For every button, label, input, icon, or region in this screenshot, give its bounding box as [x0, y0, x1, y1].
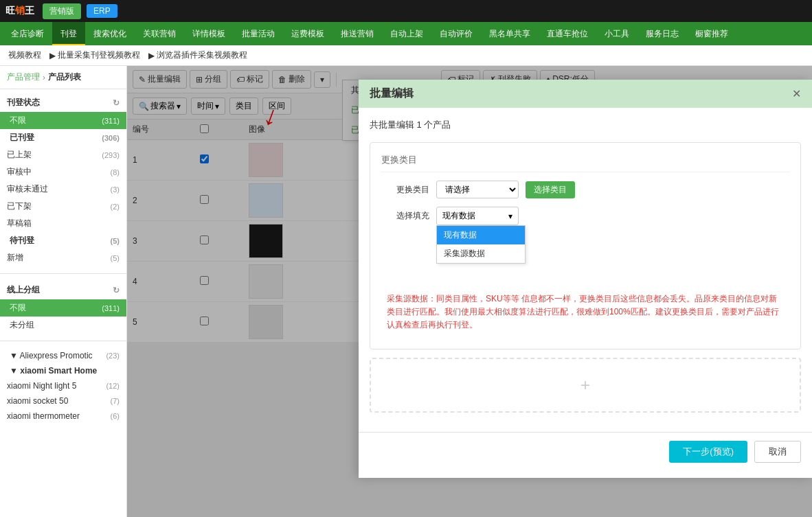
tutorial-link-1[interactable]: ▶ 批量采集刊登视频教程 — [49, 49, 140, 61]
nav-item-push-marketing[interactable]: 推送营销 — [332, 22, 382, 45]
main-content: ✎ 批量编辑 ⊞ 分组 🏷 标记 🗑 删除 ▾ 其他 — [127, 66, 812, 517]
play-icon-2: ▶ — [148, 51, 155, 60]
replace-category-section: 更换类目 更换类目 请选择 选择类目 选择填充 — [370, 142, 801, 349]
sidebar-item-xiaomi-thermo[interactable]: xiaomi thermometer (6) — [0, 409, 126, 424]
online-group-label: 线上分组 ↻ — [0, 281, 126, 299]
breadcrumb: 产品管理 › 产品列表 — [0, 66, 126, 89]
nav-item-batch-activity[interactable]: 批量活动 — [234, 22, 283, 45]
category-select[interactable]: 请选择 — [436, 181, 519, 198]
tutorial-bar: 视频教程 ▶ 批量采集刊登视频教程 ▶ 浏览器插件采集视频教程 — [0, 45, 812, 66]
warning-section: 采集源数据：同类目属性，SKU等等 信息都不一样，更换类目后这些信息都会丢失。品… — [381, 287, 789, 338]
next-step-btn[interactable]: 下一步(预览) — [669, 441, 747, 463]
option-current-data[interactable]: 现有数据 — [437, 226, 525, 244]
marketing-version-btn[interactable]: 营销版 — [43, 3, 81, 19]
category-select-wrapper: 请选择 — [436, 181, 519, 198]
warning-text: 采集源数据：同类目属性，SKU等等 信息都不一样，更换类目后这些信息都会丢失。品… — [387, 292, 784, 332]
sidebar-item-on-shelf[interactable]: 已上架 (293) — [0, 146, 126, 163]
fill-select-wrapper: 现有数据 ▾ 现有数据 采集源数据 — [436, 207, 519, 225]
tutorial-link-2[interactable]: ▶ 浏览器插件采集视频教程 — [148, 49, 247, 61]
sidebar-item-pending[interactable]: 待刊登 (5) — [0, 232, 126, 249]
sidebar-item-group-unlimited[interactable]: 不限 (311) — [0, 299, 126, 317]
listing-status-section: 刊登状态 ↻ 不限 (311) 已刊登 (306) 已上架 (293) 审核中 … — [0, 89, 126, 271]
nav-item-listing[interactable]: 刊登 — [52, 22, 85, 45]
nav-item-auto-review[interactable]: 自动评价 — [431, 22, 481, 45]
sidebar-item-xiaomi-socket[interactable]: xiaomi socket 50 (7) — [0, 393, 126, 409]
logo: 旺销王 — [5, 5, 34, 17]
sidebar-item-listed[interactable]: 已刊登 (306) — [0, 129, 126, 146]
breadcrumb-current: 产品列表 — [48, 71, 81, 83]
replace-category-row: 更换类目 请选择 选择类目 — [381, 181, 789, 198]
fill-select-display[interactable]: 现有数据 ▾ — [436, 207, 519, 225]
nav-item-diagnostics[interactable]: 全店诊断 — [3, 22, 52, 45]
erp-btn[interactable]: ERP — [87, 4, 117, 18]
modal-footer: 下一步(预览) 取消 — [359, 432, 812, 471]
nav-item-shipping-template[interactable]: 运费模板 — [283, 22, 332, 45]
select-fill-row: 选择填充 现有数据 ▾ 现有数据 采集源数据 — [381, 207, 789, 225]
sidebar-item-xiaomi-group[interactable]: ▼ xiaomi Smart Home — [0, 363, 126, 378]
nav-item-detail-template[interactable]: 详情模板 — [184, 22, 234, 45]
modal-subtitle: 共批量编辑 1 个产品 — [370, 119, 801, 131]
sidebar-item-review-failed[interactable]: 审核未通过 (3) — [0, 181, 126, 198]
fill-select-arrow: ▾ — [508, 211, 512, 221]
sidebar-item-draft[interactable]: 草稿箱 — [0, 215, 126, 232]
play-icon-1: ▶ — [49, 51, 56, 60]
divider-2 — [0, 341, 126, 341]
nav-item-direct-train[interactable]: 直通车抢位 — [539, 22, 596, 45]
modal-close-btn[interactable]: ✕ — [792, 87, 801, 100]
online-group-section: 线上分组 ↻ 不限 (311) 未分组 — [0, 277, 126, 338]
fill-select-dropdown: 现有数据 采集源数据 — [436, 225, 526, 264]
content-area: 产品管理 › 产品列表 刊登状态 ↻ 不限 (311) 已刊登 (306) 已上… — [0, 66, 812, 517]
section-title: 更换类目 — [381, 154, 789, 172]
nav-item-showcase[interactable]: 橱窗推荐 — [687, 22, 736, 45]
sidebar: 产品管理 › 产品列表 刊登状态 ↻ 不限 (311) 已刊登 (306) 已上… — [0, 66, 127, 517]
listing-status-refresh[interactable]: ↻ — [113, 98, 120, 108]
divider-1 — [0, 273, 126, 274]
option-collect-data[interactable]: 采集源数据 — [437, 244, 525, 263]
sidebar-item-aliexpress-group[interactable]: ▼ Aliexpress Promotic (23) — [0, 348, 126, 363]
replace-category-label: 更换类目 — [381, 184, 429, 196]
modal-title: 批量编辑 — [370, 87, 414, 101]
select-fill-label: 选择填充 — [381, 210, 429, 222]
nav-item-search-opt[interactable]: 搜索优化 — [85, 22, 135, 45]
tutorial-label: 视频教程 — [8, 49, 41, 61]
nav-item-related-marketing[interactable]: 关联营销 — [135, 22, 184, 45]
add-icon: + — [580, 376, 590, 395]
group-list-section: ▼ Aliexpress Promotic (23) ▼ xiaomi Smar… — [0, 344, 126, 428]
add-section[interactable]: + — [370, 358, 801, 413]
online-group-refresh[interactable]: ↻ — [113, 286, 120, 295]
nav-item-blacklist[interactable]: 黑名单共享 — [481, 22, 539, 45]
sidebar-item-xiaomi-night[interactable]: xiaomi Night light 5 (12) — [0, 378, 126, 393]
modal-body: 共批量编辑 1 个产品 更换类目 更换类目 请选择 选择类目 — [359, 108, 812, 432]
top-bar: 旺销王 营销版 ERP — [0, 0, 812, 22]
sidebar-item-reviewing[interactable]: 审核中 (8) — [0, 163, 126, 181]
nav-item-auto-listing[interactable]: 自动上架 — [382, 22, 431, 45]
nav-item-service-log[interactable]: 服务日志 — [638, 22, 687, 45]
main-nav: 全店诊断 刊登 搜索优化 关联营销 详情模板 批量活动 运费模板 推送营销 自动… — [0, 22, 812, 45]
breadcrumb-parent[interactable]: 产品管理 — [7, 71, 40, 83]
listing-status-label: 刊登状态 ↻ — [0, 93, 126, 112]
sidebar-item-off-shelf[interactable]: 已下架 (2) — [0, 198, 126, 215]
nav-item-tools[interactable]: 小工具 — [596, 22, 638, 45]
sidebar-item-new-add[interactable]: 新增 (5) — [0, 249, 126, 266]
sidebar-item-no-group[interactable]: 未分组 — [0, 317, 126, 334]
select-category-btn[interactable]: 选择类目 — [526, 181, 575, 198]
batch-edit-modal: 批量编辑 ✕ 共批量编辑 1 个产品 更换类目 更换类目 请选择 — [359, 80, 812, 478]
cancel-btn[interactable]: 取消 — [754, 441, 801, 463]
sidebar-item-unlimited[interactable]: 不限 (311) — [0, 112, 126, 129]
modal-header: 批量编辑 ✕ — [359, 80, 812, 108]
